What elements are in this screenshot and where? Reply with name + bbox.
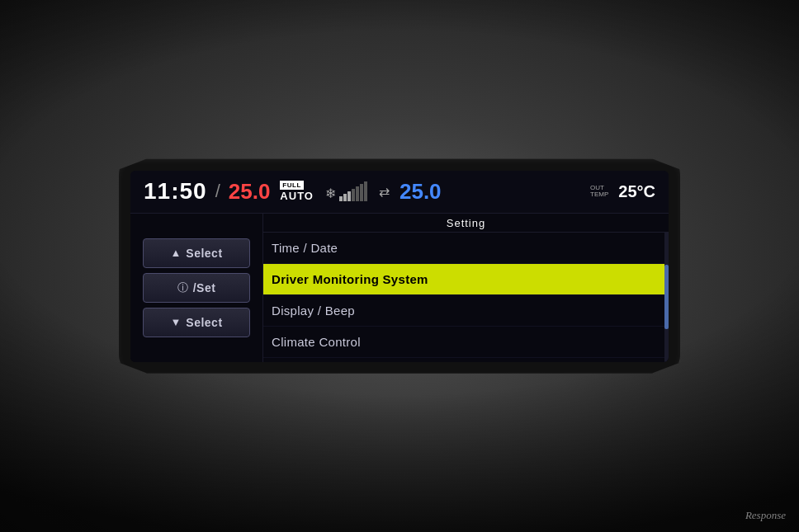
right-panel: Setting Time / Date Driver Monitoring Sy… [262, 214, 669, 362]
fan-bar-5 [356, 186, 359, 201]
divider: / [215, 181, 220, 202]
btn-mid-label: /Set [193, 281, 216, 294]
menu-item-display-beep-label: Display / Beep [272, 304, 355, 318]
watermark-text: Response [745, 509, 786, 521]
btn-select-up[interactable]: ▲ Select [143, 238, 250, 268]
btn-up-label: Select [186, 247, 222, 260]
status-bar: 11:50 / 25.0 FULL AUTO ❄ [130, 171, 669, 214]
fan-bar-2 [343, 194, 347, 201]
auto-text: AUTO [280, 190, 314, 202]
info-icon: ⓘ [177, 280, 188, 295]
btn-set[interactable]: ⓘ /Set [143, 273, 250, 303]
recirculate-icon: ⇄ [379, 184, 390, 200]
ac-section: FULL AUTO [280, 181, 314, 202]
out-temp-label: OUTTEMP [590, 185, 608, 198]
setting-title: Setting [263, 214, 669, 233]
scroll-indicator [664, 233, 669, 362]
out-temp-value: 25°C [618, 182, 655, 201]
fan-bar-4 [352, 189, 355, 201]
arrow-up-icon: ▲ [170, 247, 181, 259]
display-screen: 11:50 / 25.0 FULL AUTO ❄ [130, 171, 669, 362]
temp-left: 25.0 [229, 179, 271, 205]
temp-middle-value: 25.0 [400, 179, 442, 204]
menu-item-time-date-label: Time / Date [272, 241, 338, 255]
time-display: 11:50 [144, 178, 207, 205]
left-panel: ▲ Select ⓘ /Set ▼ Select [130, 214, 262, 362]
menu-item-driver-monitoring-label: Driver Monitoring System [272, 272, 428, 286]
menu-item-time-date[interactable]: Time / Date [263, 233, 669, 264]
display-bezel: 11:50 / 25.0 FULL AUTO ❄ [119, 159, 680, 374]
fan-icon: ❄ [325, 186, 336, 201]
menu-item-driver-monitoring[interactable]: Driver Monitoring System [263, 264, 669, 295]
out-temp-section: OUTTEMP [590, 185, 608, 198]
menu-item-display-beep[interactable]: Display / Beep [263, 295, 669, 327]
menu-list: Time / Date Driver Monitoring System Dis… [263, 233, 669, 362]
temp-middle: 25.0 [400, 179, 442, 205]
display-container: 11:50 / 25.0 FULL AUTO ❄ [119, 159, 680, 374]
btn-down-label: Select [186, 316, 222, 329]
fan-bar-6 [360, 184, 363, 201]
fan-bar-3 [347, 191, 351, 201]
arrow-down-icon: ▼ [170, 316, 181, 328]
dashboard-background: 11:50 / 25.0 FULL AUTO ❄ [0, 0, 799, 532]
btn-select-down[interactable]: ▼ Select [143, 308, 250, 337]
main-content: ▲ Select ⓘ /Set ▼ Select [130, 214, 669, 362]
fan-bar-7 [364, 181, 367, 201]
full-badge: FULL [280, 181, 303, 190]
fan-bars: ❄ [325, 181, 367, 201]
menu-item-climate-control[interactable]: Climate Control [263, 327, 669, 358]
fan-bar-1 [339, 196, 343, 201]
scroll-thumb [664, 265, 669, 330]
temp-left-value: 25.0 [229, 179, 271, 204]
menu-item-climate-control-label: Climate Control [272, 335, 361, 349]
watermark: Response [745, 509, 786, 522]
